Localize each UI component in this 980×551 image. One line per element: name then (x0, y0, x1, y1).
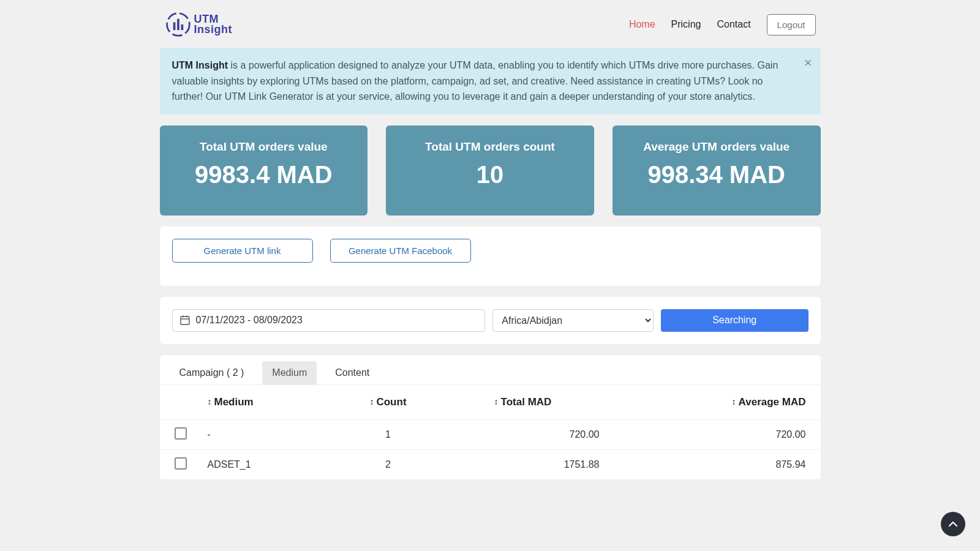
sort-icon: ↕ (494, 397, 499, 407)
metric-title: Total UTM orders count (392, 140, 588, 154)
metric-value: 998.34 MAD (619, 161, 815, 189)
nav-links: Home Pricing Contact Logout (629, 14, 816, 36)
row-checkbox[interactable] (175, 457, 187, 470)
metric-value: 10 (392, 161, 588, 189)
sort-icon: ↕ (732, 397, 736, 407)
metric-title: Average UTM orders value (619, 140, 815, 154)
cell-total: 720.00 (440, 419, 624, 449)
generate-utm-link-button[interactable]: Generate UTM link (172, 239, 313, 263)
top-nav: UTM Insight Home Pricing Contact Logout (160, 0, 821, 48)
cell-average: 720.00 (624, 419, 821, 449)
cell-count: 1 (336, 419, 440, 449)
nav-pricing[interactable]: Pricing (671, 19, 701, 30)
svg-rect-2 (177, 19, 179, 30)
cell-medium: ADSET_1 (202, 449, 336, 479)
calendar-icon (180, 315, 190, 325)
logo-chart-icon (165, 11, 192, 38)
generate-utm-facebook-button[interactable]: Generate UTM Facebook (330, 239, 471, 263)
info-alert: UTM Insight is a powerful application de… (160, 48, 821, 114)
date-range-input[interactable]: 07/11/2023 - 08/09/2023 (172, 309, 486, 332)
tab-medium[interactable]: Medium (262, 361, 317, 384)
metric-total-count: Total UTM orders count 10 (386, 126, 594, 216)
alert-body: is a powerful application designed to an… (172, 60, 778, 102)
svg-rect-4 (181, 317, 189, 324)
svg-rect-1 (173, 22, 175, 30)
timezone-select[interactable]: Africa/Abidjan (492, 309, 654, 332)
col-total[interactable]: ↕Total MAD (440, 384, 624, 419)
table-row: - 1 720.00 720.00 (160, 419, 821, 449)
alert-strong: UTM Insight (172, 60, 228, 70)
results-table: ↕Medium ↕Count ↕Total MAD ↕Average MAD -… (160, 384, 821, 480)
col-average[interactable]: ↕Average MAD (624, 384, 821, 419)
tabs: Campaign ( 2 ) Medium Content (160, 355, 821, 384)
date-range-value: 07/11/2023 - 08/09/2023 (196, 315, 303, 326)
results-panel: Campaign ( 2 ) Medium Content ↕Medium ↕C… (160, 355, 821, 480)
metrics-row: Total UTM orders value 9983.4 MAD Total … (160, 126, 821, 216)
col-count[interactable]: ↕Count (336, 384, 440, 419)
search-panel: 07/11/2023 - 08/09/2023 Africa/Abidjan S… (160, 297, 821, 344)
metric-avg-value: Average UTM orders value 998.34 MAD (612, 126, 821, 216)
col-medium[interactable]: ↕Medium (202, 384, 336, 419)
tab-content[interactable]: Content (325, 361, 379, 384)
cell-medium: - (202, 419, 336, 449)
col-checkbox (160, 384, 202, 419)
metric-value: 9983.4 MAD (166, 161, 362, 189)
metric-total-value: Total UTM orders value 9983.4 MAD (160, 126, 368, 216)
generators-panel: Generate UTM link Generate UTM Facebook (160, 227, 821, 286)
logout-button[interactable]: Logout (767, 14, 816, 36)
sort-icon: ↕ (208, 397, 212, 407)
metric-title: Total UTM orders value (166, 140, 362, 154)
nav-home[interactable]: Home (629, 19, 655, 30)
logo-text: UTM Insight (194, 14, 233, 35)
cell-count: 2 (336, 449, 440, 479)
tab-campaign[interactable]: Campaign ( 2 ) (170, 361, 254, 384)
alert-close-button[interactable]: × (804, 55, 812, 71)
cell-total: 1751.88 (440, 449, 624, 479)
svg-rect-3 (181, 24, 183, 30)
nav-contact[interactable]: Contact (717, 19, 750, 30)
close-icon: × (804, 55, 812, 70)
brand-logo[interactable]: UTM Insight (165, 11, 233, 38)
cell-average: 875.94 (624, 449, 821, 479)
search-button[interactable]: Searching (661, 309, 809, 332)
row-checkbox[interactable] (175, 427, 187, 440)
sort-icon: ↕ (369, 397, 374, 407)
table-row: ADSET_1 2 1751.88 875.94 (160, 449, 821, 479)
